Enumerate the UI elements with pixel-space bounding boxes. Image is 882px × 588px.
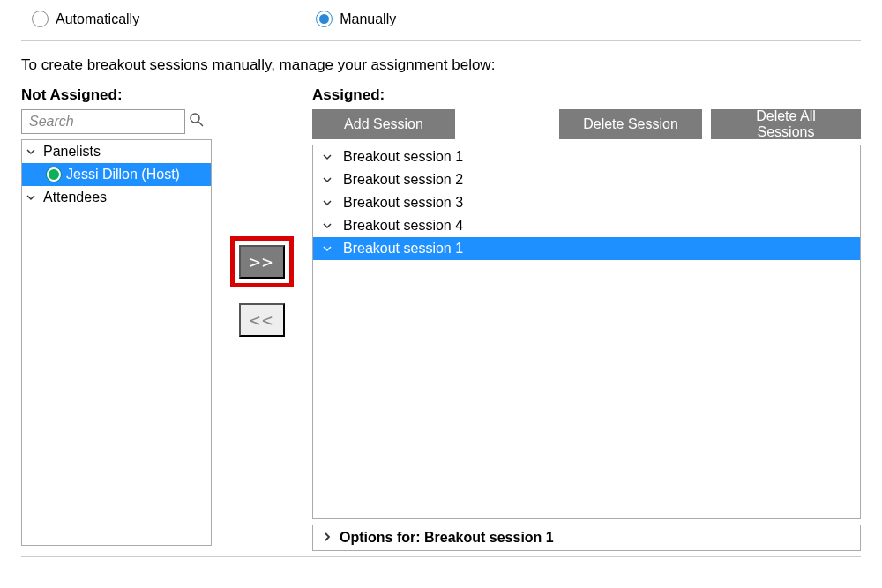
chevron-right-icon — [322, 530, 333, 546]
radio-automatic[interactable]: Automatically — [32, 11, 139, 27]
divider — [21, 556, 861, 557]
instruction-text: To create breakout sessions manually, ma… — [21, 41, 861, 86]
radio-circle-icon — [316, 11, 333, 27]
assigned-heading: Assigned: — [312, 86, 861, 104]
chevron-down-icon — [322, 197, 334, 208]
delete-all-sessions-button[interactable]: Delete All Sessions — [711, 109, 861, 139]
radio-dot-icon — [319, 14, 329, 24]
options-bar[interactable]: Options for: Breakout session 1 — [312, 525, 861, 551]
assign-right-button[interactable]: >> — [239, 245, 285, 279]
chevron-down-icon — [26, 146, 38, 157]
session-label: Breakout session 2 — [343, 172, 463, 188]
tree-group-label: Panelists — [43, 144, 101, 160]
highlight-box: >> — [230, 236, 294, 287]
delete-session-button[interactable]: Delete Session — [559, 109, 702, 139]
tree-item-host[interactable]: Jessi Dillon (Host) — [22, 163, 211, 186]
chevron-down-icon — [322, 243, 334, 254]
radio-automatic-label: Automatically — [56, 12, 139, 26]
host-status-icon — [47, 167, 61, 182]
chevron-down-icon — [322, 175, 334, 185]
radio-manual[interactable]: Manually — [316, 11, 396, 27]
svg-point-0 — [191, 114, 199, 123]
chevron-down-icon — [26, 192, 38, 203]
search-icon[interactable] — [189, 112, 205, 131]
tree-group-panelists[interactable]: Panelists — [22, 140, 211, 163]
session-label: Breakout session 1 — [343, 241, 463, 257]
list-item[interactable]: Breakout session 4 — [313, 214, 860, 237]
list-item[interactable]: Breakout session 2 — [313, 168, 860, 191]
tree-item-label: Jessi Dillon (Host) — [66, 167, 180, 182]
list-item[interactable]: Breakout session 1 — [313, 237, 860, 260]
session-label: Breakout session 3 — [343, 195, 463, 211]
add-session-button[interactable]: Add Session — [312, 109, 455, 139]
options-label: Options for: Breakout session 1 — [340, 530, 554, 546]
assigned-sessions-list: Breakout session 1 Breakout session 2 Br… — [312, 145, 861, 519]
chevron-down-icon — [322, 220, 334, 231]
list-item[interactable]: Breakout session 1 — [313, 145, 860, 168]
assignment-mode-radio-group: Automatically Manually — [21, 5, 861, 40]
radio-circle-icon — [32, 11, 49, 27]
radio-manual-label: Manually — [340, 12, 396, 26]
tree-group-label: Attendees — [43, 190, 107, 205]
session-label: Breakout session 4 — [343, 218, 463, 234]
session-label: Breakout session 1 — [343, 149, 463, 165]
assign-left-button[interactable]: << — [239, 303, 285, 337]
tree-group-attendees[interactable]: Attendees — [22, 186, 211, 209]
not-assigned-heading: Not Assigned: — [21, 86, 212, 104]
list-item[interactable]: Breakout session 3 — [313, 191, 860, 214]
search-input[interactable] — [21, 109, 185, 134]
not-assigned-tree: Panelists Jessi Dillon (Host) Attendees — [21, 139, 212, 546]
chevron-down-icon — [322, 152, 334, 162]
